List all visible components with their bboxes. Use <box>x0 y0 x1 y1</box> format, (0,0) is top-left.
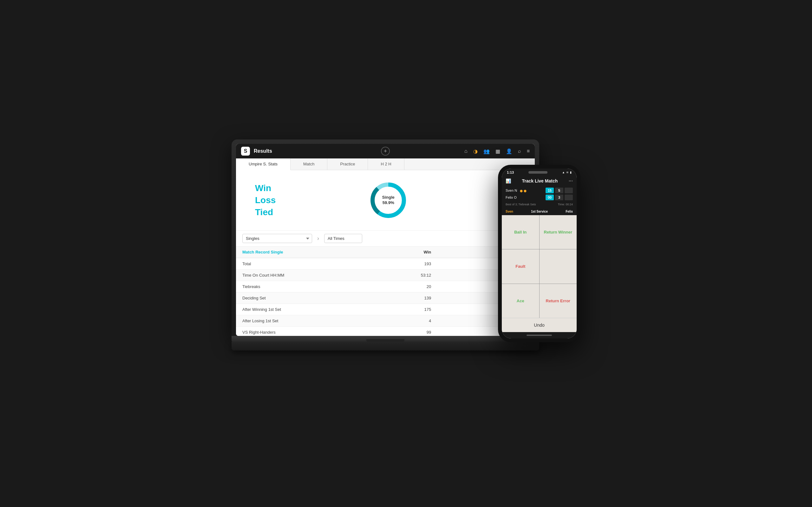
calendar-icon[interactable]: ▦ <box>496 148 500 154</box>
row-win: 99 <box>366 327 450 336</box>
phone-scoreboard: Sven N ⬤ ⬤ 15 5 Felix O 00 3 <box>502 186 577 209</box>
score-row-player1: Sven N ⬤ ⬤ 15 5 <box>506 187 573 193</box>
return-winner-button[interactable]: Return Winner <box>540 215 577 249</box>
row-label: After Losing 1st Set <box>236 315 366 327</box>
phone-status-icons: ▲ ≋ ▮ <box>562 171 571 174</box>
player1-name: Sven N ⬤ ⬤ <box>506 188 546 192</box>
service-right-label: Felix <box>565 210 573 213</box>
row-label: Tiebreaks <box>236 281 366 292</box>
laptop-base <box>232 336 539 342</box>
player2-set1: 00 <box>546 194 554 200</box>
person-icon[interactable]: 👤 <box>506 148 512 154</box>
score-row-player2: Felix O 00 3 <box>506 194 573 200</box>
phone-status-bar: 1:13 ▲ ≋ ▮ <box>502 169 577 176</box>
player2-set2: 3 <box>555 194 563 200</box>
row-label: VS Right-Handers <box>236 327 366 336</box>
match-format: Best of 3; Tiebreak Sets <box>506 203 536 206</box>
menu-icon[interactable]: ≡ <box>527 148 530 154</box>
row-win: 139 <box>366 292 450 304</box>
row-win: 20 <box>366 281 450 292</box>
ball2-icon: ⬤ <box>524 189 526 192</box>
empty-button <box>540 249 577 283</box>
home-indicator <box>502 332 577 338</box>
fault-button[interactable]: Fault <box>502 249 539 283</box>
laptop: S Results + ⌂ ◑ 👥 ▦ 👤 ⌕ ≡ Umpire S <box>232 139 539 355</box>
home-icon[interactable]: ⌂ <box>464 148 467 154</box>
row-win: 4 <box>366 315 450 327</box>
tab-h2h[interactable]: H 2 H <box>368 158 404 170</box>
home-bar <box>526 335 552 336</box>
app-title: Results <box>254 148 461 154</box>
row-label: After Winning 1st Set <box>236 304 366 315</box>
notch <box>528 171 548 174</box>
group-icon[interactable]: 👥 <box>484 148 490 154</box>
player1-set1: 15 <box>546 187 554 193</box>
phone-court: Ball In Return Winner Fault Ace Return E… <box>502 215 577 318</box>
player2-set3 <box>565 194 573 200</box>
chart-icon[interactable]: 📊 <box>506 178 511 183</box>
player1-scores: 15 5 <box>546 187 573 193</box>
loss-label: Loss <box>255 195 275 205</box>
tab-match[interactable]: Match <box>291 158 327 170</box>
donut-chart: Single 59.9% <box>288 180 488 221</box>
return-error-button[interactable]: Return Error <box>540 284 577 318</box>
phone-appbar: 📊 Track Live Match ··· <box>502 176 577 186</box>
row-label: Total <box>236 258 366 270</box>
ball-in-button[interactable]: Ball In <box>502 215 539 249</box>
phone-app-title: Track Live Match <box>513 178 566 183</box>
undo-button[interactable]: Undo <box>502 318 577 332</box>
table-row: Deciding Set 139 57 <box>236 292 535 304</box>
table-row: Tiebreaks 20 11 <box>236 281 535 292</box>
table-col-label: Match Record Single <box>236 246 366 258</box>
phone: 1:13 ▲ ≋ ▮ 📊 Track Live Match ··· Sven N <box>498 165 580 342</box>
search-icon[interactable]: ⌕ <box>518 148 521 154</box>
match-time: Time: 00:24 <box>558 203 573 206</box>
player2-name: Felix O <box>506 195 546 199</box>
row-win: 175 <box>366 304 450 315</box>
tied-label: Tied <box>255 207 275 217</box>
service-left-label: Sven <box>506 210 513 213</box>
donut-center-text: Single 59.9% <box>382 195 395 206</box>
table-row: After Winning 1st Set 175 7 <box>236 304 535 315</box>
tab-umpire-stats[interactable]: Umpire S. Stats <box>236 158 291 170</box>
row-win: 53:12 <box>366 270 450 281</box>
table-row: After Losing 1st Set 4 79 <box>236 315 535 327</box>
match-info: Best of 3; Tiebreak Sets Time: 00:24 <box>506 202 573 207</box>
app-content: Win Loss Tied <box>236 170 535 336</box>
table-row: Time On Court HH:MM 53:12 52:55 <box>236 270 535 281</box>
tab-practice[interactable]: Practice <box>327 158 368 170</box>
phone-time: 1:13 <box>507 170 514 174</box>
app-titlebar: S Results + ⌂ ◑ 👥 ▦ 👤 ⌕ ≡ <box>236 144 535 158</box>
win-label: Win <box>255 183 275 193</box>
table-row: Total 193 92 <box>236 258 535 270</box>
wifi-icon: ≋ <box>566 171 569 174</box>
period-filter[interactable]: All Times <box>324 234 362 243</box>
category-filter[interactable]: Singles Doubles <box>242 234 312 243</box>
row-win: 193 <box>366 258 450 270</box>
signal-icon: ▲ <box>562 171 565 174</box>
data-table: Match Record Single Win Loss Total 193 9… <box>236 246 535 336</box>
ace-button[interactable]: Ace <box>502 284 539 318</box>
filter-row: Singles Doubles › All Times <box>236 231 535 246</box>
table-row: VS Right-Handers 99 47 <box>236 327 535 336</box>
laptop-screen: S Results + ⌂ ◑ 👥 ▦ 👤 ⌕ ≡ Umpire S <box>236 144 535 336</box>
battery-icon: ▮ <box>570 171 571 174</box>
titlebar-icons: ⌂ ◑ 👥 ▦ 👤 ⌕ ≡ <box>464 148 530 154</box>
player2-scores: 00 3 <box>546 194 573 200</box>
more-icon[interactable]: ··· <box>569 178 573 184</box>
ball1-icon: ⬤ <box>520 189 523 192</box>
chevron-down-icon: › <box>317 235 319 242</box>
app-tabs: Umpire S. Stats Match Practice H 2 H <box>236 158 535 170</box>
player1-set3 <box>565 187 573 193</box>
service-row: Sven 1st Service Felix <box>502 209 577 215</box>
stats-labels: Win Loss Tied <box>255 183 275 217</box>
add-button[interactable]: + <box>381 147 390 156</box>
stats-summary: Win Loss Tied <box>236 170 535 231</box>
scene: S Results + ⌂ ◑ 👥 ▦ 👤 ⌕ ≡ Umpire S <box>232 139 580 368</box>
row-label: Time On Court HH:MM <box>236 270 366 281</box>
app-logo: S <box>241 147 250 156</box>
table-col-win: Win <box>366 246 450 258</box>
row-label: Deciding Set <box>236 292 366 304</box>
pie-chart-icon[interactable]: ◑ <box>473 148 478 154</box>
phone-inner: 1:13 ▲ ≋ ▮ 📊 Track Live Match ··· Sven N <box>502 169 577 338</box>
